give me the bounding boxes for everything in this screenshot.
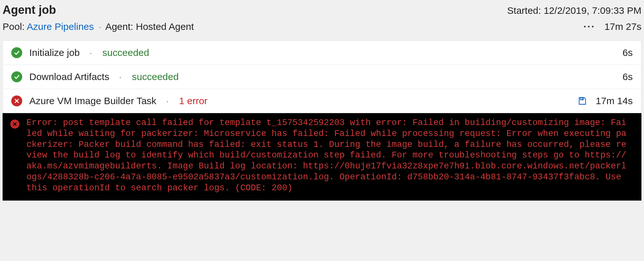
step-row[interactable]: Azure VM Image Builder Task · 1 error 17… bbox=[3, 89, 641, 113]
success-icon bbox=[11, 47, 22, 58]
started-timestamp: Started: 12/2/2019, 7:09:33 PM bbox=[507, 5, 641, 16]
job-header: Agent job Started: 12/2/2019, 7:09:33 PM… bbox=[0, 0, 644, 38]
step-duration: 6s bbox=[594, 71, 633, 82]
separator-dot: · bbox=[97, 21, 103, 32]
more-actions-icon[interactable]: ··· bbox=[583, 21, 595, 32]
step-row[interactable]: Initialize job · succeeded 6s bbox=[3, 41, 641, 65]
step-row[interactable]: Download Artifacts · succeeded 6s bbox=[3, 65, 641, 89]
separator-dot: · bbox=[87, 47, 95, 58]
header-right-controls: ··· 17m 27s bbox=[583, 21, 641, 32]
started-value: 12/2/2019, 7:09:33 PM bbox=[544, 5, 641, 16]
error-icon bbox=[10, 120, 19, 129]
step-status: succeeded bbox=[102, 47, 149, 58]
started-label: Started: bbox=[507, 5, 541, 16]
save-log-icon[interactable] bbox=[577, 95, 587, 106]
step-name: Azure VM Image Builder Task bbox=[29, 95, 156, 106]
error-message: Error: post template call failed for tem… bbox=[26, 118, 629, 194]
separator-dot: · bbox=[116, 71, 125, 82]
step-duration: 17m 14s bbox=[594, 95, 633, 106]
pool-label: Pool: bbox=[3, 21, 24, 32]
total-duration: 17m 27s bbox=[604, 21, 641, 32]
step-duration: 6s bbox=[594, 47, 633, 58]
error-icon bbox=[11, 95, 22, 106]
separator-dot: · bbox=[164, 95, 172, 106]
error-log-panel: Error: post template call failed for tem… bbox=[3, 113, 641, 201]
step-name: Download Artifacts bbox=[29, 71, 109, 82]
agent-name: Hosted Agent bbox=[136, 21, 194, 32]
step-status: succeeded bbox=[132, 71, 179, 82]
agent-label: Agent: bbox=[105, 21, 133, 32]
header-row-title: Agent job Started: 12/2/2019, 7:09:33 PM bbox=[3, 3, 641, 17]
svg-rect-2 bbox=[580, 98, 583, 100]
step-name: Initialize job bbox=[29, 47, 80, 58]
step-status: 1 error bbox=[179, 95, 207, 106]
header-row-meta: Pool: Azure Pipelines · Agent: Hosted Ag… bbox=[3, 21, 641, 32]
success-icon bbox=[11, 71, 22, 82]
page-title: Agent job bbox=[3, 3, 56, 17]
steps-list: Initialize job · succeeded 6s Download A… bbox=[3, 40, 641, 113]
pool-agent-info: Pool: Azure Pipelines · Agent: Hosted Ag… bbox=[3, 21, 194, 32]
pool-link[interactable]: Azure Pipelines bbox=[27, 21, 94, 32]
